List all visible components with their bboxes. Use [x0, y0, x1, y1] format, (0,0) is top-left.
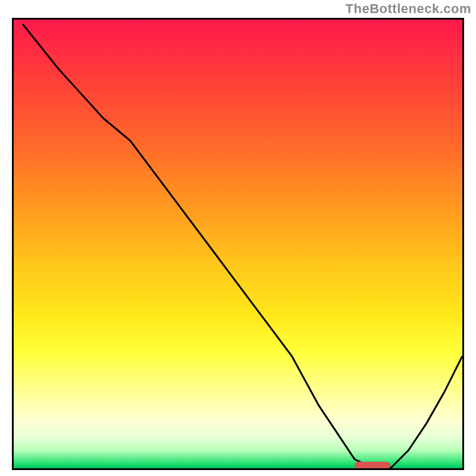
chart-overlay [14, 20, 462, 468]
watermark-text: TheBottleneck.com [346, 1, 471, 17]
chart-container: TheBottleneck.com [0, 0, 476, 476]
curve-line [23, 24, 462, 469]
optimum-marker [355, 462, 390, 469]
plot-area [12, 18, 464, 470]
